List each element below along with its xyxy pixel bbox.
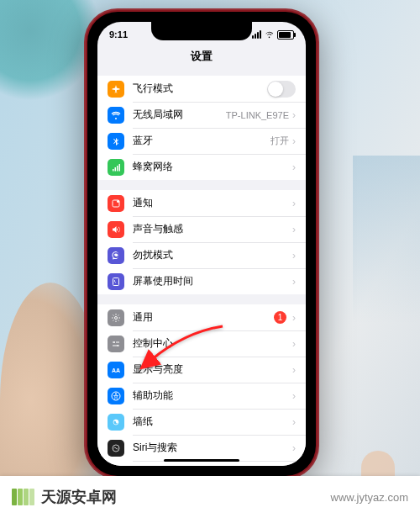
notify-icon bbox=[108, 195, 124, 212]
chevron-right-icon: › bbox=[292, 135, 296, 147]
row-label: 声音与触感 bbox=[133, 222, 289, 236]
sound-icon bbox=[108, 221, 124, 238]
general-icon bbox=[108, 309, 124, 326]
settings-row-sound[interactable]: 声音与触感› bbox=[97, 216, 306, 242]
chevron-right-icon: › bbox=[292, 198, 296, 209]
chevron-right-icon: › bbox=[292, 109, 296, 121]
chevron-right-icon: › bbox=[292, 364, 296, 376]
svg-point-3 bbox=[115, 316, 118, 319]
chevron-right-icon: › bbox=[292, 250, 296, 262]
settings-row-dnd[interactable]: 勿扰模式› bbox=[97, 242, 306, 268]
site-url: www.jytyaz.com bbox=[331, 491, 408, 504]
screentime-icon bbox=[108, 273, 124, 290]
row-label: 通知 bbox=[133, 196, 289, 210]
status-time: 9:11 bbox=[109, 29, 128, 40]
notch bbox=[151, 22, 252, 40]
settings-row-wifi[interactable]: 无线局域网TP-LINK_E97E› bbox=[97, 102, 306, 128]
row-label: 飞行模式 bbox=[133, 82, 267, 96]
settings-row-siri[interactable]: Siri与搜索› bbox=[97, 435, 306, 461]
svg-point-1 bbox=[117, 200, 119, 203]
chevron-right-icon: › bbox=[292, 312, 296, 324]
row-label: 屏幕使用时间 bbox=[133, 274, 289, 288]
chevron-right-icon: › bbox=[292, 338, 296, 350]
chevron-right-icon: › bbox=[292, 161, 296, 173]
phone-frame: 9:11 设置 飞行模式无线局域网TP-LINK_E97E›蓝牙打开›蜂窝网络›… bbox=[84, 8, 319, 479]
row-label: 通用 bbox=[133, 310, 274, 325]
access-icon bbox=[108, 388, 124, 404]
svg-point-5 bbox=[117, 345, 118, 346]
dnd-icon bbox=[108, 247, 124, 264]
watermark-footer: 天源安卓网 www.jytyaz.com bbox=[0, 476, 420, 518]
control-icon bbox=[108, 336, 124, 352]
svg-point-8 bbox=[115, 393, 117, 394]
site-logo-icon bbox=[12, 489, 34, 505]
settings-row-airplane[interactable]: 飞行模式 bbox=[97, 76, 306, 102]
row-value: 打开 bbox=[270, 135, 289, 147]
airplane-icon bbox=[108, 81, 124, 98]
display-icon: AA bbox=[108, 362, 124, 378]
site-name: 天源安卓网 bbox=[41, 487, 117, 507]
settings-row-bluetooth[interactable]: 蓝牙打开› bbox=[97, 128, 306, 154]
chevron-right-icon: › bbox=[292, 276, 296, 288]
phone-screen: 9:11 设置 飞行模式无线局域网TP-LINK_E97E›蓝牙打开›蜂窝网络›… bbox=[97, 22, 306, 466]
settings-group: 飞行模式无线局域网TP-LINK_E97E›蓝牙打开›蜂窝网络› bbox=[97, 76, 306, 180]
svg-rect-2 bbox=[113, 278, 119, 285]
row-label: 墙纸 bbox=[133, 415, 289, 429]
page-title: 设置 bbox=[97, 47, 306, 71]
settings-row-screentime[interactable]: 屏幕使用时间› bbox=[97, 268, 306, 294]
settings-list[interactable]: 飞行模式无线局域网TP-LINK_E97E›蓝牙打开›蜂窝网络›通知›声音与触感… bbox=[97, 71, 306, 466]
settings-row-general[interactable]: 通用1› bbox=[97, 304, 306, 330]
battery-icon bbox=[277, 30, 294, 40]
svg-point-4 bbox=[113, 341, 115, 343]
row-label: 控制中心 bbox=[133, 336, 289, 351]
cellular-icon bbox=[108, 159, 124, 176]
row-label: 无线局域网 bbox=[133, 108, 226, 122]
settings-group: 通用1›控制中心›AA显示与亮度›辅助功能›墙纸›Siri与搜索›面容ID与密码… bbox=[97, 304, 306, 466]
chevron-right-icon: › bbox=[292, 224, 296, 235]
wifi-status-icon bbox=[264, 30, 275, 39]
row-label: Siri与搜索 bbox=[133, 441, 289, 455]
photo-background: 9:11 设置 飞行模式无线局域网TP-LINK_E97E›蓝牙打开›蜂窝网络›… bbox=[0, 0, 420, 518]
row-label: 蜂窝网络 bbox=[133, 160, 289, 174]
row-label: 显示与亮度 bbox=[133, 362, 289, 377]
faceid-icon bbox=[108, 466, 124, 467]
chevron-right-icon: › bbox=[292, 442, 296, 454]
svg-text:AA: AA bbox=[112, 367, 120, 373]
toggle-switch[interactable] bbox=[267, 81, 296, 98]
wallpaper-icon bbox=[108, 414, 124, 431]
row-value: TP-LINK_E97E bbox=[226, 110, 289, 120]
settings-row-display[interactable]: AA显示与亮度› bbox=[97, 357, 306, 383]
chevron-right-icon: › bbox=[292, 390, 296, 402]
chevron-right-icon: › bbox=[292, 416, 296, 428]
signal-icon bbox=[252, 30, 261, 39]
settings-row-access[interactable]: 辅助功能› bbox=[97, 383, 306, 409]
row-label: 蓝牙 bbox=[133, 134, 270, 148]
home-indicator[interactable] bbox=[164, 459, 239, 462]
row-label: 辅助功能 bbox=[133, 388, 289, 403]
siri-icon bbox=[108, 440, 124, 457]
settings-row-cellular[interactable]: 蜂窝网络› bbox=[97, 154, 306, 180]
row-label: 勿扰模式 bbox=[133, 248, 289, 262]
notification-badge: 1 bbox=[274, 311, 286, 324]
settings-row-notify[interactable]: 通知› bbox=[97, 190, 306, 216]
settings-group: 通知›声音与触感›勿扰模式›屏幕使用时间› bbox=[97, 190, 306, 294]
settings-row-control[interactable]: 控制中心› bbox=[97, 330, 306, 357]
bluetooth-icon bbox=[108, 133, 124, 150]
wifi-icon bbox=[108, 107, 124, 124]
settings-row-wallpaper[interactable]: 墙纸› bbox=[97, 409, 306, 435]
